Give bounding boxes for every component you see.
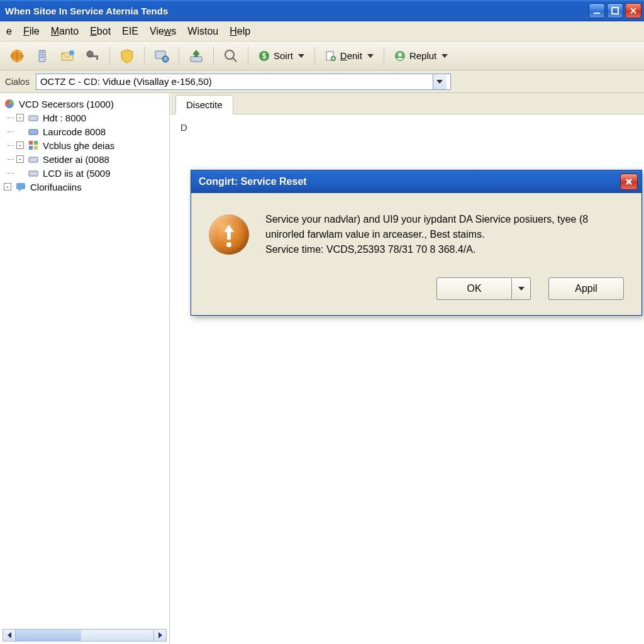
- svg-rect-25: [29, 130, 38, 135]
- dialog-line1: Service your nadvlar) and UI9 your iypda…: [265, 212, 624, 242]
- tabstrip: Disectite: [170, 93, 644, 114]
- svg-rect-12: [96, 57, 98, 60]
- dialog-message: Service your nadvlar) and UI9 your iypda…: [265, 212, 624, 257]
- server-icon[interactable]: [31, 45, 53, 67]
- replut-dropdown[interactable]: Replut: [391, 45, 452, 67]
- tree-item-label: Laurcode 8008: [43, 126, 106, 137]
- svg-rect-27: [34, 141, 38, 145]
- page-plus-icon: [325, 50, 336, 62]
- menu-views[interactable]: Views: [150, 26, 176, 37]
- tree-item[interactable]: - Vcblus ghe deias: [3, 138, 167, 152]
- expander-icon[interactable]: -: [16, 155, 24, 163]
- menu-help[interactable]: Help: [230, 26, 250, 37]
- ok-split-button: OK: [436, 277, 531, 300]
- menu-manto[interactable]: Manto: [51, 26, 79, 37]
- globe-icon[interactable]: [6, 45, 28, 67]
- toolbar-separator: [109, 47, 110, 65]
- svg-rect-5: [40, 52, 44, 53]
- tree-sibling-label: Clorifuaciins: [30, 182, 82, 192]
- minimize-button[interactable]: [589, 3, 605, 18]
- sidebar-hscrollbar[interactable]: [3, 629, 167, 641]
- svg-point-9: [69, 50, 74, 55]
- svg-rect-26: [29, 141, 33, 145]
- chevron-down-icon: [441, 54, 448, 58]
- expander-icon[interactable]: -: [16, 142, 24, 149]
- address-combobox[interactable]: OCTZ C - CD: Vidɯe (Visallay e-156,50): [36, 74, 451, 90]
- toolbar-separator: [213, 47, 214, 65]
- monitor-clock-icon[interactable]: [151, 45, 172, 67]
- key-icon[interactable]: [82, 45, 103, 67]
- svg-rect-15: [191, 57, 202, 62]
- scroll-track[interactable]: [81, 630, 153, 641]
- user-green-icon: [394, 50, 406, 62]
- ok-button[interactable]: OK: [436, 277, 512, 300]
- dialog-line2: Service time: VCDS,25393 78/31 70 8 368.…: [265, 242, 624, 257]
- svg-rect-29: [34, 146, 38, 150]
- soirt-dropdown[interactable]: $ Soirt: [255, 45, 308, 67]
- tree-root-label: VCD Secersors (1000): [19, 99, 114, 109]
- pie-icon: [4, 98, 15, 109]
- expander-icon[interactable]: -: [4, 183, 11, 191]
- tree-item-label: Hdt : 8000: [43, 113, 86, 123]
- tree-item-label: LCD iis at (5009: [43, 168, 111, 179]
- upload-drive-icon[interactable]: [186, 45, 207, 67]
- svg-point-16: [225, 50, 234, 59]
- tree-item[interactable]: - Setider ai (0088: [3, 152, 167, 166]
- tree-item[interactable]: LCD iis at (5009: [3, 166, 167, 180]
- search-icon[interactable]: [220, 45, 242, 67]
- dialog-titlebar: Congirt: Service Reset: [191, 170, 641, 193]
- chevron-down-icon: [436, 80, 443, 84]
- toolbar-separator: [144, 47, 145, 65]
- tree-sibling-item[interactable]: - Clorifuaciins: [3, 180, 167, 194]
- content-stub: D: [180, 122, 187, 133]
- tree-item[interactable]: - Hdt : 8000: [3, 111, 167, 125]
- address-value: OCTZ C - CD: Vidɯe (Visallay e-156,50): [40, 76, 433, 87]
- svg-text:$: $: [262, 52, 267, 60]
- shield-icon[interactable]: [116, 45, 138, 67]
- content-body: D: [170, 114, 644, 140]
- scroll-right-button[interactable]: [153, 630, 166, 641]
- drive-icon: [28, 153, 39, 165]
- close-button[interactable]: [625, 3, 641, 18]
- denit-dropdown[interactable]: Denit: [321, 45, 377, 67]
- dialog-title: Congirt: Service Reset: [199, 176, 620, 187]
- tree-root-item[interactable]: VCD Secersors (1000): [3, 97, 167, 111]
- dollar-icon: $: [258, 50, 270, 62]
- window-title: When Sitoe In Service Aternia Tends: [5, 6, 589, 16]
- svg-point-22: [398, 53, 402, 57]
- chevron-down-icon: [518, 287, 525, 291]
- menu-e[interactable]: e: [6, 26, 12, 37]
- menu-ebot[interactable]: Ebot: [90, 26, 111, 37]
- menu-file[interactable]: File: [23, 26, 40, 37]
- scroll-thumb[interactable]: [16, 630, 81, 641]
- tree-item[interactable]: Laurcode 8008: [3, 125, 167, 138]
- tree-item-label: Setider ai (0088: [43, 154, 109, 165]
- window-buttons: [589, 3, 641, 18]
- chevron-down-icon: [367, 54, 374, 58]
- service-reset-dialog: Congirt: Service Reset Service your nadv…: [191, 170, 642, 316]
- expander-icon[interactable]: -: [16, 114, 24, 121]
- tab-disectite[interactable]: Disectite: [175, 95, 233, 114]
- menubar: e File Manto Ebot EIE Views Wistou Help: [0, 21, 644, 42]
- svg-rect-30: [29, 157, 38, 162]
- svg-rect-1: [612, 8, 618, 14]
- window-titlebar: When Sitoe In Service Aternia Tends: [0, 0, 644, 21]
- svg-rect-7: [40, 57, 44, 58]
- apply-button[interactable]: Appil: [548, 277, 624, 300]
- chevron-down-icon: [298, 54, 304, 58]
- address-dropdown-button[interactable]: [433, 74, 447, 89]
- mail-icon[interactable]: [57, 45, 78, 67]
- svg-point-33: [226, 242, 231, 247]
- warning-icon: [209, 214, 249, 255]
- drive-blue-icon: [28, 126, 39, 137]
- replut-label: Replut: [409, 50, 436, 61]
- drive-icon: [28, 167, 39, 179]
- maximize-button[interactable]: [607, 3, 623, 18]
- menu-wistou[interactable]: Wistou: [187, 26, 218, 37]
- toolbar-separator: [248, 47, 248, 65]
- dialog-close-button[interactable]: [620, 174, 638, 190]
- ok-dropdown-button[interactable]: [512, 277, 531, 300]
- menu-eie[interactable]: EIE: [122, 26, 138, 37]
- chat-icon: [15, 181, 26, 192]
- scroll-left-button[interactable]: [3, 630, 16, 641]
